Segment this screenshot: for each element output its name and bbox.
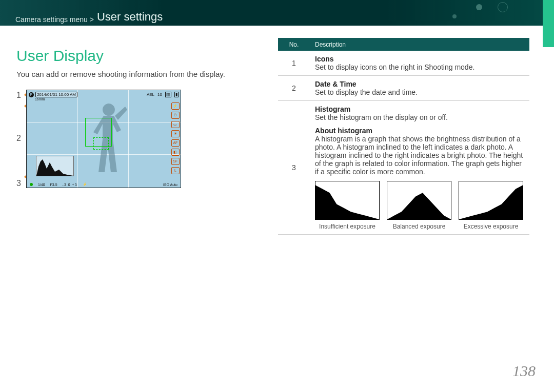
callout-2: 2 [16, 134, 21, 143]
lcd-aperture: F3.5 [50, 183, 57, 187]
th-no: No. [278, 38, 310, 51]
lcd-preview: P 2014/01/01 10:00 AM AEL 10 ▥ ▮ 16mm ⚡ … [26, 90, 181, 188]
table-row: 2 Date & Time Set to display the date an… [278, 76, 529, 101]
lcd-flash-icon: ⚡ [83, 182, 87, 187]
row-body: Set to display icons on the right in Sho… [315, 63, 474, 71]
lcd-date: 2014/01/01 10:00 AM [35, 92, 77, 97]
section-intro: You can add or remove shooting informati… [16, 70, 278, 78]
meter-icon: ◧ [171, 149, 180, 156]
af-icon: AF [171, 139, 180, 147]
callout-1: 1 [16, 91, 21, 100]
card-icon: ▥ [165, 92, 171, 97]
row-title: Histogram [315, 105, 350, 113]
callout-3: 3 [16, 179, 21, 188]
lcd-ev-scale: -3 0 +3 [63, 183, 77, 187]
row-title: Icons [315, 55, 334, 63]
side-tab [543, 0, 554, 47]
lcd-shutter: 1/40 [38, 183, 45, 187]
table-row: 1 Icons Set to display icons on the righ… [278, 51, 529, 76]
flash-icon: ⚡ [171, 102, 180, 110]
lcd-ael: AEL [147, 92, 154, 97]
lcd-lens: 16mm [35, 97, 45, 101]
row-body: Set to display the date and time. [315, 88, 418, 96]
header-bar: Camera settings menu > User settings [0, 0, 554, 26]
description-table: No. Description 1 Icons Set to display i… [278, 38, 529, 235]
breadcrumb: Camera settings menu > [15, 15, 94, 24]
lcd-iso: ISO Auto [163, 183, 177, 187]
histogram-caption: Balanced exposure [387, 223, 451, 230]
timer-icon: ⏱ [171, 112, 180, 119]
table-row: 3 Histogram Set the histogram on the dis… [278, 101, 529, 235]
histogram-thumb: Excessive exposure [459, 181, 523, 230]
about-body: A histogram is a graph that shows the br… [315, 135, 523, 176]
focus-confirm-icon [30, 183, 33, 186]
about-title: About histogram [315, 127, 372, 135]
battery-icon: ▮ [174, 92, 179, 97]
svg-marker-9 [315, 185, 379, 219]
histogram-thumb: Balanced exposure [387, 181, 451, 230]
svg-marker-8 [36, 159, 73, 176]
wb-icon: ☀ [171, 130, 180, 137]
th-desc: Description [310, 38, 529, 51]
lcd-side-icons: ⚡ ⏱ ▭ ☀ AF ◧ SF L [171, 102, 180, 174]
mode-icon: P [29, 92, 34, 97]
quality-icon: SF [171, 158, 180, 165]
lcd-shots: 10 [157, 92, 162, 97]
drive-icon: ▭ [171, 121, 180, 128]
size-icon: L [171, 167, 180, 174]
lcd-histogram [36, 156, 74, 176]
svg-marker-11 [459, 185, 523, 219]
page-number: 138 [512, 362, 536, 380]
histogram-caption: Excessive exposure [459, 223, 523, 230]
section-heading: User Display [16, 47, 278, 65]
histogram-thumb: Insufficient exposure [315, 181, 380, 230]
svg-marker-10 [387, 193, 451, 219]
histogram-caption: Insufficient exposure [315, 223, 380, 230]
row-body: Set the histogram on the display on or o… [315, 113, 448, 121]
page-title: User settings [97, 10, 163, 24]
row-title: Date & Time [315, 80, 357, 88]
